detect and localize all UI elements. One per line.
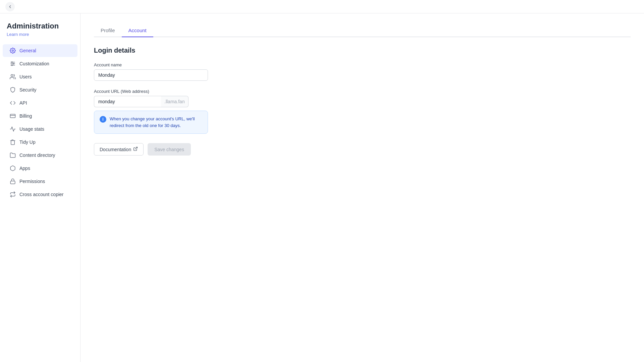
content-area: Profile Account Login details Account na… [80, 13, 644, 362]
sidebar-item-label: Tidy Up [19, 139, 36, 145]
svg-point-0 [12, 50, 14, 51]
learn-more-link[interactable]: Learn more [7, 32, 29, 37]
info-icon: i [100, 116, 106, 123]
svg-point-4 [11, 62, 12, 63]
account-name-group: Account name [94, 62, 631, 81]
sidebar-item-apps[interactable]: Apps [3, 162, 77, 175]
sidebar-item-general[interactable]: General [3, 44, 77, 57]
sidebar-item-permissions[interactable]: Permissions [3, 175, 77, 188]
back-button[interactable] [5, 2, 15, 11]
main-layout: Administration Learn more General [0, 13, 644, 362]
sidebar: Administration Learn more General [0, 13, 80, 362]
url-input-group: .llama.fan [94, 96, 631, 107]
svg-point-5 [13, 63, 14, 64]
action-buttons: Documentation Save changes [94, 143, 631, 156]
sidebar-title: Administration [7, 21, 73, 31]
top-bar [0, 0, 644, 13]
shield-icon [9, 86, 16, 93]
section-title: Login details [94, 47, 631, 54]
sliders-icon [9, 60, 16, 67]
sidebar-nav: General Customization [0, 44, 80, 201]
chart-icon [9, 126, 16, 132]
sidebar-item-label: Customization [19, 61, 49, 66]
tab-profile[interactable]: Profile [94, 24, 122, 37]
tabs: Profile Account [94, 24, 631, 37]
info-box: i When you change your account's URL, we… [94, 111, 208, 134]
svg-rect-8 [10, 114, 15, 118]
sidebar-item-label: API [19, 100, 27, 106]
sidebar-item-cross-account-copier[interactable]: Cross account copier [3, 188, 77, 201]
account-name-input[interactable] [94, 69, 208, 81]
lock-icon [9, 178, 16, 185]
save-changes-button[interactable]: Save changes [148, 143, 191, 156]
apps-icon [9, 165, 16, 172]
sidebar-item-billing[interactable]: Billing [3, 110, 77, 122]
sidebar-header: Administration Learn more [0, 21, 80, 44]
account-url-label: Account URL (Web address) [94, 89, 631, 94]
sidebar-item-tidy-up[interactable]: Tidy Up [3, 136, 77, 148]
sidebar-item-label: Apps [19, 166, 30, 171]
svg-point-6 [11, 65, 12, 66]
sidebar-item-usage-stats[interactable]: Usage stats [3, 123, 77, 135]
account-url-input[interactable] [94, 96, 161, 107]
svg-point-7 [11, 74, 13, 76]
external-link-icon [133, 146, 138, 152]
account-name-label: Account name [94, 62, 631, 67]
sidebar-item-customization[interactable]: Customization [3, 57, 77, 70]
sidebar-item-label: Security [19, 87, 37, 93]
sidebar-item-label: Users [19, 74, 32, 79]
info-text: When you change your account's URL, we'l… [110, 116, 202, 129]
sidebar-item-security[interactable]: Security [3, 83, 77, 96]
url-suffix: .llama.fan [161, 96, 189, 107]
account-url-group: Account URL (Web address) .llama.fan i W… [94, 89, 631, 134]
copy-icon [9, 191, 16, 198]
sidebar-item-label: Content directory [19, 153, 55, 158]
users-icon [9, 73, 16, 80]
billing-icon [9, 113, 16, 119]
sidebar-item-api[interactable]: API [3, 97, 77, 109]
sidebar-item-label: Permissions [19, 179, 45, 184]
sidebar-item-label: Cross account copier [19, 192, 64, 197]
svg-rect-10 [10, 181, 15, 184]
sidebar-item-users[interactable]: Users [3, 70, 77, 83]
gear-icon [9, 47, 16, 54]
documentation-button[interactable]: Documentation [94, 143, 144, 156]
documentation-label: Documentation [100, 147, 131, 152]
sidebar-item-label: Billing [19, 113, 32, 119]
api-icon [9, 100, 16, 106]
sidebar-item-label: Usage stats [19, 126, 44, 132]
tab-account[interactable]: Account [122, 24, 153, 37]
svg-line-11 [135, 147, 137, 149]
sidebar-item-content-directory[interactable]: Content directory [3, 149, 77, 162]
directory-icon [9, 152, 16, 159]
tidy-icon [9, 139, 16, 145]
sidebar-item-label: General [19, 48, 36, 53]
